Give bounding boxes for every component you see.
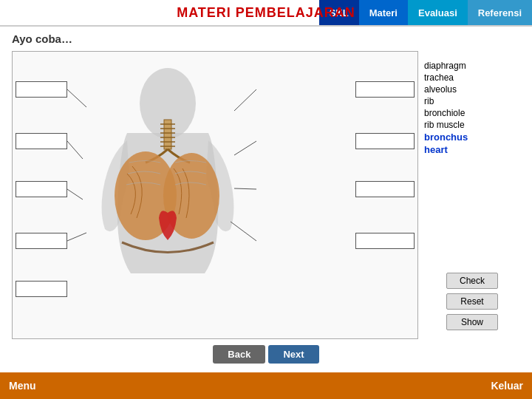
drop-box-8[interactable] <box>355 181 415 197</box>
page-subtitle: Ayo coba… <box>0 27 532 51</box>
nav-buttons: Back Next <box>0 339 532 366</box>
label-bronchus: bronchus <box>424 131 520 143</box>
header: MATERI PEMBELAJARAN SKL Materi Evaluasi … <box>0 0 532 27</box>
drop-box-4[interactable] <box>16 233 67 249</box>
label-heart: heart <box>424 143 520 156</box>
tab-evaluasi[interactable]: Evaluasi <box>408 0 468 25</box>
diagram-buttons: Check Reset Show <box>424 273 520 336</box>
drop-box-1[interactable] <box>16 81 67 98</box>
footer: Menu Keluar <box>0 372 532 399</box>
check-button[interactable]: Check <box>446 273 498 289</box>
back-button[interactable]: Back <box>213 345 265 364</box>
drop-box-7[interactable] <box>355 133 415 149</box>
right-panel: diaphragm trachea alveolus rib bronchiol… <box>424 51 520 339</box>
drop-box-2[interactable] <box>16 133 67 149</box>
torso-image <box>72 59 264 310</box>
label-alveolus: alveolus <box>424 83 520 95</box>
keluar-button[interactable]: Keluar <box>491 380 523 392</box>
label-trachea: trachea <box>424 72 520 83</box>
label-rib: rib <box>424 95 520 107</box>
show-button[interactable]: Show <box>446 314 498 330</box>
tab-referensi[interactable]: Referensi <box>468 0 532 25</box>
drop-box-6[interactable] <box>355 81 415 98</box>
label-rib-muscle: rib muscle <box>424 119 520 131</box>
main-content: diaphragm trachea alveolus rib bronchiol… <box>0 51 532 339</box>
label-list: diaphragm trachea alveolus rib bronchiol… <box>424 54 520 273</box>
menu-button[interactable]: Menu <box>9 380 36 392</box>
drop-box-5[interactable] <box>16 281 67 297</box>
reset-button[interactable]: Reset <box>446 293 498 310</box>
drop-box-9[interactable] <box>355 233 415 249</box>
next-button[interactable]: Next <box>268 345 318 364</box>
label-bronchiole: bronchiole <box>424 107 520 119</box>
diagram-area <box>12 51 418 339</box>
drop-box-3[interactable] <box>16 181 67 197</box>
label-diaphragm: diaphragm <box>424 60 520 72</box>
page-title: MATERI PEMBELAJARAN <box>177 5 355 21</box>
tab-materi[interactable]: Materi <box>359 0 408 25</box>
